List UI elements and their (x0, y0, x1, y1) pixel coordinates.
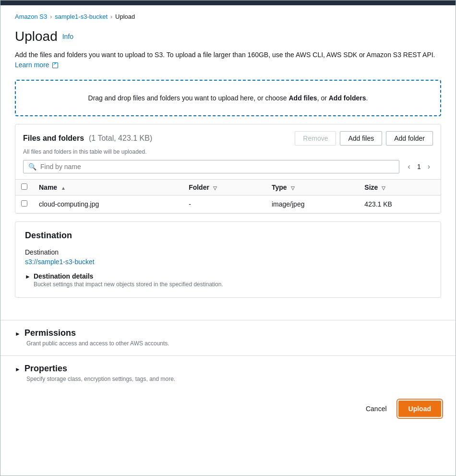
info-link[interactable]: Info (62, 33, 73, 40)
row-checkbox-cell[interactable] (15, 195, 33, 213)
add-folders-label: Add folders (329, 94, 366, 102)
pagination-next[interactable]: › (425, 161, 433, 172)
col-type[interactable]: Type ▽ (266, 180, 359, 195)
destination-title: Destination (25, 231, 431, 241)
breadcrumb-sep-2: › (110, 13, 112, 20)
drop-zone-or: , or (317, 94, 329, 102)
search-input[interactable] (40, 163, 394, 171)
files-count: (1 Total, 423.1 KB) (89, 134, 152, 142)
learn-more-link[interactable]: Learn more (15, 61, 58, 69)
sort-icon-folder: ▽ (213, 185, 217, 191)
search-icon: 🔍 (28, 163, 36, 171)
properties-section: ► Properties Specify storage class, encr… (0, 355, 456, 391)
destination-section: Destination Destination s3://sample1-s3-… (15, 221, 441, 298)
sort-icon-size: ▽ (382, 185, 385, 191)
permissions-expand-icon[interactable]: ► (15, 330, 21, 337)
destination-label: Destination (25, 248, 431, 256)
properties-desc: Specify storage class, encryption settin… (15, 376, 441, 382)
remove-button[interactable]: Remove (295, 131, 336, 146)
files-subtitle: All files and folders in this table will… (15, 148, 441, 160)
permissions-title: Permissions (24, 328, 76, 338)
pagination-prev[interactable]: ‹ (405, 161, 413, 172)
upload-button[interactable]: Upload (398, 401, 441, 417)
col-name[interactable]: Name ▲ (33, 180, 183, 195)
destination-value[interactable]: s3://sample1-s3-bucket (25, 258, 95, 266)
col-folder[interactable]: Folder ▽ (183, 180, 266, 195)
row-checkbox[interactable] (21, 200, 27, 207)
select-all-cell[interactable] (15, 180, 33, 195)
breadcrumb: Amazon S3 › sample1-s3-bucket › Upload (15, 13, 441, 20)
breadcrumb-sep-1: › (50, 13, 52, 20)
add-files-button[interactable]: Add files (340, 131, 382, 146)
properties-expand-icon[interactable]: ► (15, 366, 21, 373)
destination-details-title[interactable]: Destination details (34, 272, 223, 280)
breadcrumb-current: Upload (115, 13, 135, 20)
breadcrumb-bucket[interactable]: sample1-s3-bucket (55, 13, 108, 20)
drop-zone-text: Drag and drop files and folders you want… (88, 94, 289, 102)
row-name: cloud-computing.jpg (33, 195, 183, 213)
sort-icon-name: ▲ (61, 185, 66, 191)
permissions-header[interactable]: ► Permissions (15, 328, 441, 338)
cancel-button[interactable]: Cancel (360, 401, 393, 416)
permissions-section: ► Permissions Grant public access and ac… (0, 320, 456, 355)
sort-icon-type: ▽ (291, 185, 295, 191)
destination-details-row: ► Destination details Bucket settings th… (25, 272, 431, 288)
page-description: Add the files and folders you want to up… (15, 50, 441, 70)
files-title: Files and folders (23, 134, 84, 142)
row-size: 423.1 KB (359, 195, 441, 213)
bottom-actions: Cancel Upload (0, 391, 456, 431)
files-section: Files and folders (1 Total, 423.1 KB) Re… (15, 124, 441, 214)
breadcrumb-s3[interactable]: Amazon S3 (15, 13, 47, 20)
add-files-label: Add files (289, 94, 317, 102)
search-box[interactable]: 🔍 (23, 160, 399, 173)
row-type: image/jpeg (266, 195, 359, 213)
drop-zone-end: . (366, 94, 368, 102)
properties-title: Properties (24, 364, 67, 374)
select-all-checkbox[interactable] (21, 183, 27, 190)
page-title: Upload (15, 29, 58, 44)
table-row: cloud-computing.jpg - image/jpeg 423.1 K… (15, 195, 441, 213)
external-link-icon (52, 62, 58, 68)
pagination: ‹ 1 › (405, 161, 433, 172)
drop-zone[interactable]: Drag and drop files and folders you want… (15, 80, 441, 116)
add-folder-button[interactable]: Add folder (386, 131, 433, 146)
properties-header[interactable]: ► Properties (15, 364, 441, 374)
expand-icon[interactable]: ► (25, 273, 31, 280)
permissions-desc: Grant public access and access to other … (15, 340, 441, 347)
pagination-page: 1 (417, 163, 421, 171)
files-table: Name ▲ Folder ▽ Type ▽ Size (15, 179, 441, 213)
col-size[interactable]: Size ▽ (359, 180, 441, 195)
row-folder: - (183, 195, 266, 213)
table-header-row: Name ▲ Folder ▽ Type ▽ Size (15, 180, 441, 195)
destination-details-subtitle: Bucket settings that impact new objects … (34, 281, 223, 288)
